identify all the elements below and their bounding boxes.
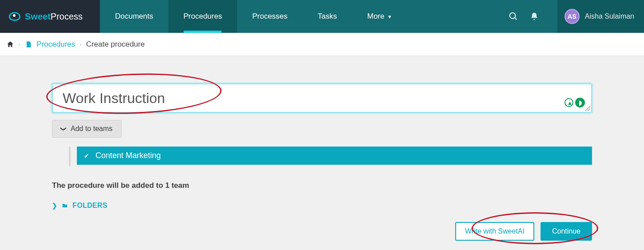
user-name: Aisha Sulaiman (585, 12, 634, 20)
resize-handle-icon[interactable] (585, 106, 590, 111)
procedure-title-input[interactable] (63, 90, 551, 107)
create-procedure-form: ◗ ❯ Add to teams .add-teams-btn .chev-do… (52, 83, 592, 241)
breadcrumb: › Procedures › Create procedure (0, 33, 644, 56)
folders-label: FOLDERS (72, 202, 107, 210)
svg-point-0 (510, 13, 516, 19)
write-with-sweetai-button[interactable]: Write with SweetAI (455, 222, 534, 241)
grammarly-status-icon: ◗ (575, 98, 585, 107)
folder-icon (61, 202, 69, 209)
breadcrumb-current: Create procedure (86, 40, 145, 49)
add-to-teams-button[interactable]: ❯ Add to teams (52, 120, 122, 138)
avatar-initials: AS (568, 13, 576, 20)
team-row[interactable]: ✔ Content Marketing (77, 147, 592, 166)
grammarly-widget[interactable]: ◗ (564, 98, 585, 107)
top-nav: SweetProcess Documents Procedures Proces… (0, 0, 644, 33)
breadcrumb-separator: › (80, 41, 81, 48)
nav-procedures[interactable]: Procedures (168, 0, 237, 33)
team-count-summary: The procedure will be added to 1 team (52, 181, 592, 190)
bell-icon[interactable] (530, 12, 539, 21)
team-label: Content Marketing (95, 151, 161, 160)
action-row: Write with SweetAI Continue (52, 222, 592, 241)
svg-line-1 (515, 18, 517, 20)
nav-procedures-label: Procedures (183, 12, 222, 21)
nav-tasks-label: Tasks (318, 12, 337, 21)
continue-button[interactable]: Continue (541, 222, 592, 241)
page-content: ◗ ❯ Add to teams .add-teams-btn .chev-do… (0, 56, 644, 241)
breadcrumb-procedures[interactable]: Procedures (36, 40, 75, 49)
chevron-right-icon: ❯ (52, 202, 57, 209)
document-icon (25, 40, 32, 48)
grammarly-upload-icon (564, 98, 573, 107)
brand-logo[interactable]: SweetProcess (0, 0, 100, 33)
chevron-down-icon: ▾ (388, 13, 391, 20)
nav-documents-label: Documents (115, 12, 153, 21)
teams-list: ✔ Content Marketing (69, 147, 592, 166)
home-icon[interactable] (6, 40, 14, 48)
add-to-teams-label: Add to teams (71, 125, 112, 133)
nav-more-label: More (367, 12, 385, 21)
chevron-down-icon: ❯ (60, 127, 67, 131)
procedure-title-field[interactable]: ◗ (52, 83, 592, 113)
user-menu[interactable]: AS Aisha Sulaiman (557, 0, 644, 33)
nav-more[interactable]: More ▾ (352, 0, 406, 33)
logo-text-left: Sweet (25, 12, 51, 21)
nav-documents[interactable]: Documents (100, 0, 168, 33)
nav-tasks[interactable]: Tasks (302, 0, 352, 33)
search-icon[interactable] (509, 12, 518, 21)
logo-icon (9, 12, 20, 21)
breadcrumb-separator: › (19, 41, 20, 48)
check-icon: ✔ (84, 152, 89, 159)
nav-processes[interactable]: Processes (237, 0, 302, 33)
avatar: AS (564, 9, 580, 24)
folders-toggle[interactable]: ❯ FOLDERS (52, 202, 107, 210)
nav-links: Documents Procedures Processes Tasks Mor… (100, 0, 406, 33)
nav-right: AS Aisha Sulaiman (509, 0, 644, 33)
nav-processes-label: Processes (252, 12, 287, 21)
logo-text: SweetProcess (25, 12, 83, 22)
logo-text-right: Process (51, 12, 83, 21)
